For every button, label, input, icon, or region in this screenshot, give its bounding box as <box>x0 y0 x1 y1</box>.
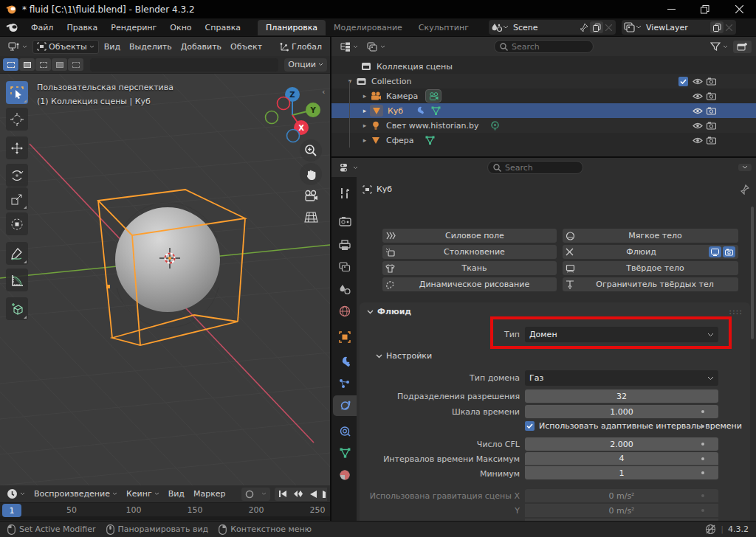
light-data-icon[interactable] <box>489 121 501 131</box>
camera-toggle-icon[interactable] <box>705 90 717 102</box>
eye-icon[interactable] <box>692 105 704 117</box>
tab-scene[interactable] <box>333 279 357 299</box>
new-collection-button[interactable] <box>733 41 752 53</box>
physics-button-soft-body[interactable]: Мягкое тело <box>563 229 738 243</box>
physics-button-force-field[interactable]: Силовое поле <box>382 229 557 243</box>
tool-move[interactable] <box>6 136 28 159</box>
collection-checkbox[interactable] <box>677 75 689 87</box>
pin-icon[interactable] <box>739 184 749 195</box>
tab-view-layer[interactable] <box>333 257 357 277</box>
select-mode-subtract[interactable] <box>35 58 51 71</box>
menu-edit[interactable]: Правка <box>60 18 104 36</box>
camera-view-button[interactable] <box>300 184 322 207</box>
perspective-toggle-button[interactable] <box>300 206 322 228</box>
tool-add-cube[interactable] <box>6 297 28 320</box>
workspace-tab-layout[interactable]: Планировка <box>258 20 326 35</box>
eye-icon[interactable] <box>692 119 704 131</box>
tool-cursor[interactable] <box>6 108 28 131</box>
breadcrumb[interactable]: Куб <box>377 184 392 194</box>
fluid-viewport-toggle[interactable] <box>709 246 721 257</box>
menu-render[interactable]: Рендеринг <box>104 18 163 36</box>
timeline-editor-type-button[interactable] <box>3 487 29 501</box>
tab-physics[interactable] <box>333 395 357 416</box>
menu-file[interactable]: Файл <box>24 18 60 36</box>
row-label[interactable]: Камера <box>386 91 418 101</box>
row-label[interactable]: Сфера <box>386 136 414 145</box>
timeline-menu-view[interactable]: Вид <box>165 488 188 500</box>
viewlayer-selector[interactable]: ViewLayer <box>622 20 736 35</box>
modifier-wrench-icon[interactable] <box>413 106 425 115</box>
viewport-menu-add[interactable]: Добавить <box>177 41 225 53</box>
tool-transform[interactable] <box>6 212 28 235</box>
auto-keying-toggle[interactable] <box>241 488 258 501</box>
tab-object[interactable] <box>333 327 357 347</box>
outliner-row-camera[interactable]: ▸ Камера <box>331 89 756 103</box>
time-scale-field[interactable]: 1.000 <box>525 405 718 418</box>
tool-rotate[interactable] <box>6 164 28 187</box>
outliner-search-input[interactable] <box>512 42 571 52</box>
properties-search[interactable] <box>487 161 583 174</box>
blender-menu-icon[interactable] <box>0 22 24 32</box>
properties-search-input[interactable] <box>505 163 564 173</box>
tab-modifiers[interactable] <box>333 351 357 372</box>
animate-decorator[interactable] <box>701 410 704 413</box>
resolution-divisions-field[interactable]: 32 <box>525 389 718 403</box>
tab-constraints[interactable] <box>333 420 357 441</box>
outliner-editor[interactable]: Коллекция сцены ▾ Collection ▸ Камера ▸ … <box>331 37 756 156</box>
physics-button-dynamic-paint[interactable]: Динамическое рисование <box>382 277 557 291</box>
outliner-search[interactable] <box>494 40 594 53</box>
physics-button-rigid-body-constraint[interactable]: Ограничитель твёрдых тел <box>563 277 738 291</box>
tab-particles[interactable] <box>333 373 357 394</box>
scene-selector[interactable]: Scene <box>489 20 616 35</box>
physics-button-collision[interactable]: Столкновение <box>382 245 557 259</box>
settings-subpanel-header[interactable]: Настройки <box>376 351 432 361</box>
camera-toggle-icon[interactable] <box>705 75 717 87</box>
menu-window[interactable]: Окно <box>163 18 198 36</box>
gizmo-x-neg[interactable] <box>278 97 290 110</box>
camera-toggle-icon[interactable] <box>705 134 717 146</box>
fluid-panel-header[interactable]: Флюид <box>367 307 411 316</box>
outliner-display-mode-button[interactable] <box>363 41 389 53</box>
timeline-ruler[interactable]: 50 100 150 200 250 1 <box>0 503 330 520</box>
animate-decorator[interactable] <box>701 457 704 460</box>
outliner-row-sphere[interactable]: ▸ Сфера <box>331 133 756 148</box>
sphere-object[interactable] <box>115 207 220 312</box>
properties-editor[interactable]: Куб Силовое поле Столкновение Ткань Дина… <box>331 158 756 521</box>
gizmo-y-neg[interactable] <box>266 111 278 124</box>
timesteps-max-field[interactable]: 4 <box>525 452 718 465</box>
collapse-icon[interactable]: ▾ <box>345 77 355 85</box>
select-mode-invert[interactable] <box>52 58 67 71</box>
physics-button-cloth[interactable]: Ткань <box>382 261 557 275</box>
scrollbar[interactable] <box>751 207 754 339</box>
cfl-number-field[interactable]: 2.000 <box>525 437 718 451</box>
auto-keying-options[interactable] <box>258 488 270 501</box>
tool-annotate[interactable] <box>6 242 28 265</box>
eye-icon[interactable] <box>692 75 704 87</box>
fluid-render-toggle[interactable] <box>723 246 735 257</box>
select-mode-set[interactable] <box>3 58 18 71</box>
restore-button[interactable] <box>688 0 722 18</box>
mesh-data-icon[interactable] <box>430 106 441 115</box>
new-viewlayer-button[interactable] <box>710 21 724 33</box>
outliner-row-scene-collection[interactable]: Коллекция сцены <box>331 59 756 74</box>
viewport-menu-object[interactable]: Объект <box>227 41 266 53</box>
timesteps-min-field[interactable]: 1 <box>525 466 718 479</box>
close-button[interactable] <box>722 0 756 18</box>
tool-scale[interactable] <box>6 187 28 210</box>
play-reverse-button[interactable] <box>306 488 321 501</box>
expand-icon[interactable]: ▸ <box>360 107 370 114</box>
viewport-menu-view[interactable]: Вид <box>100 41 124 53</box>
camera-data-icon[interactable] <box>425 89 441 103</box>
camera-toggle-icon[interactable] <box>705 119 717 131</box>
tab-output[interactable] <box>333 235 357 255</box>
workspace-tab-sculpting[interactable]: Скульптинг <box>410 20 477 35</box>
prev-keyframe-button[interactable] <box>290 488 306 501</box>
properties-editor-type-button[interactable] <box>336 162 362 174</box>
row-label[interactable]: Collection <box>371 77 411 86</box>
navigation-gizmo[interactable]: Z Y X <box>260 78 326 145</box>
tool-select-box[interactable] <box>6 81 28 104</box>
viewport-3d[interactable]: Объекты Вид Выделить Добавить Объект Гло… <box>0 37 330 485</box>
jump-to-start-button[interactable] <box>275 488 290 501</box>
outliner-row-light[interactable]: ▸ Свет www.historian.by <box>331 118 756 133</box>
mesh-data-icon[interactable] <box>425 136 436 145</box>
